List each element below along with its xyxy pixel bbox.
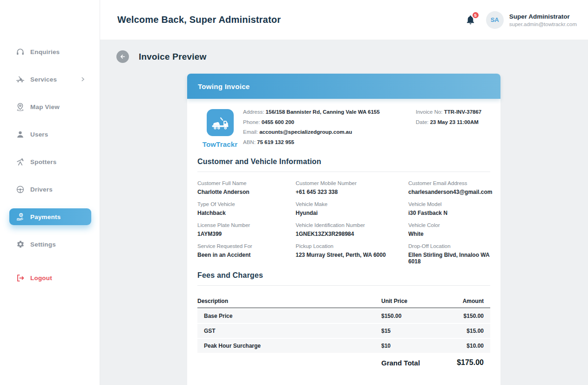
sidebar-item-label: Services <box>30 76 80 83</box>
field-vin: Vehicle Identification Number1GNEK13ZX3R… <box>296 222 408 237</box>
user-icon <box>16 130 25 139</box>
invoice-card-title: Towing Invoice <box>198 82 250 90</box>
page-title: Invoice Preview <box>139 52 207 62</box>
field-vehicle-color: Vehicle ColorWhite <box>408 222 492 237</box>
sidebar-item-label: Logout <box>30 275 86 282</box>
user-info[interactable]: Super Administrator super.admin@towtrack… <box>509 12 577 28</box>
gear-icon <box>16 240 25 249</box>
map-pin-icon <box>16 103 25 111</box>
content-area: Invoice Preview Towing Invoice <box>100 40 588 385</box>
top-header: Welcome Back, Super Administrator 5 SA S… <box>100 0 588 40</box>
fees-table-header: Description Unit Price Amount <box>197 294 490 308</box>
invoice-card: Towing Invoice <box>187 74 500 385</box>
invoice-date-value: 23 May 23 11:00AM <box>430 119 479 125</box>
field-pickup-location: Pickup Location123 Murray Street, Perth,… <box>296 243 408 265</box>
tow-truck-icon <box>16 75 25 84</box>
sidebar-item-label: Users <box>30 131 86 138</box>
table-row: Peak Hour Surcharge $10 $10.00 <box>197 339 490 353</box>
towtrackr-logo <box>207 109 234 136</box>
arrow-left-icon <box>119 53 126 60</box>
sidebar-item-label: Settings <box>30 241 86 248</box>
address-label: Address: <box>243 109 264 115</box>
sidebar-item-map-view[interactable]: Map View <box>9 98 91 115</box>
field-vehicle-make: Vehicle MakeHyundai <box>296 201 408 216</box>
sidebar-item-users[interactable]: Users <box>9 126 91 143</box>
sidebar: Enquiries Services Map View <box>0 0 100 385</box>
steering-wheel-icon <box>16 185 25 194</box>
address-value: 156/158 Bannister Rd, Canning Vale WA 61… <box>266 109 380 115</box>
telescope-icon <box>16 158 25 166</box>
tow-truck-logo-icon <box>211 115 230 131</box>
table-row: Base Price $150.00 $150.00 <box>197 309 490 323</box>
sidebar-item-label: Payments <box>30 213 86 220</box>
sidebar-item-label: Enquiries <box>30 48 86 55</box>
grand-total-label: Grand Total <box>381 359 442 367</box>
field-customer-mobile: Customer Mobile Number+61 645 323 338 <box>296 180 408 195</box>
divider <box>197 172 490 172</box>
hand-dollar-icon <box>16 213 25 221</box>
headset-icon <box>16 48 25 56</box>
customer-section-title: Customer and Vehicle Information <box>197 158 490 166</box>
field-customer-full-name: Customer Full NameCharlotte Anderson <box>197 180 296 195</box>
brand-name: TowTrackr <box>203 140 238 148</box>
back-button[interactable] <box>116 50 129 63</box>
invoice-no-label: Invoice No: <box>416 109 443 115</box>
column-unit-price: Unit Price <box>381 298 442 304</box>
sidebar-item-logout[interactable]: Logout <box>9 269 91 286</box>
sidebar-item-label: Spotters <box>30 158 86 165</box>
column-amount: Amount <box>442 298 484 304</box>
notification-badge: 5 <box>472 11 480 19</box>
sidebar-item-drivers[interactable]: Drivers <box>9 181 91 198</box>
email-label: Email: <box>243 129 258 135</box>
column-description: Description <box>197 298 381 304</box>
avatar[interactable]: SA <box>486 11 504 29</box>
field-service-requested: Service Requested ForBeen in an Accident <box>197 243 296 265</box>
notifications-button[interactable]: 5 <box>465 14 476 25</box>
invoice-meta: Invoice No: TTR-INV-37867 Date: 23 May 2… <box>416 107 490 148</box>
phone-value: 0455 600 200 <box>262 119 294 125</box>
customer-vehicle-grid: Customer Full NameCharlotte Anderson Cus… <box>197 180 490 265</box>
grand-total-row: Grand Total $175.00 <box>197 353 490 367</box>
logout-icon <box>16 274 25 282</box>
user-email: super.admin@towtrackr.com <box>509 21 577 28</box>
company-row: TowTrackr Address: 156/158 Bannister Rd,… <box>197 107 490 148</box>
field-dropoff-location: Drop-Off LocationEllen Stirling Blvd, In… <box>408 243 492 265</box>
fees-table: Description Unit Price Amount Base Price… <box>197 294 490 367</box>
sidebar-item-label: Drivers <box>30 186 86 193</box>
abn-value: 75 619 132 955 <box>257 139 294 145</box>
sidebar-item-settings[interactable]: Settings <box>9 236 91 253</box>
main-area: Welcome Back, Super Administrator 5 SA S… <box>100 0 588 385</box>
table-row: GST $15 $15.00 <box>197 324 490 338</box>
page-greeting: Welcome Back, Super Administrator <box>117 14 281 25</box>
user-name: Super Administrator <box>509 12 577 21</box>
sidebar-item-enquiries[interactable]: Enquiries <box>9 43 91 60</box>
phone-label: Phone: <box>243 119 260 125</box>
sidebar-item-spotters[interactable]: Spotters <box>9 153 91 170</box>
invoice-no-value: TTR-INV-37867 <box>444 109 482 115</box>
brand-block: TowTrackr <box>197 107 243 148</box>
sidebar-item-payments[interactable]: Payments <box>9 208 91 225</box>
invoice-date-label: Date: <box>416 119 429 125</box>
field-license-plate: License Plate Number1AYM399 <box>197 222 296 237</box>
field-customer-email: Customer Email Addresscharlesanderson43@… <box>408 180 492 195</box>
company-details: Address: 156/158 Bannister Rd, Canning V… <box>243 107 380 148</box>
sidebar-item-label: Map View <box>30 103 86 110</box>
field-vehicle-type: Type Of VehicleHatchback <box>197 201 296 216</box>
divider <box>197 285 490 286</box>
email-value: accounts@specializedgroup.com.au <box>259 129 352 135</box>
abn-label: ABN: <box>243 139 256 145</box>
fees-section-title: Fees and Charges <box>197 271 490 280</box>
grand-total-value: $175.00 <box>442 358 484 367</box>
sidebar-item-services[interactable]: Services <box>9 71 91 88</box>
invoice-card-header: Towing Invoice <box>187 74 500 99</box>
chevron-right-icon <box>80 76 86 82</box>
field-vehicle-model: Vehicle Modeli30 Fastback N <box>408 201 492 216</box>
